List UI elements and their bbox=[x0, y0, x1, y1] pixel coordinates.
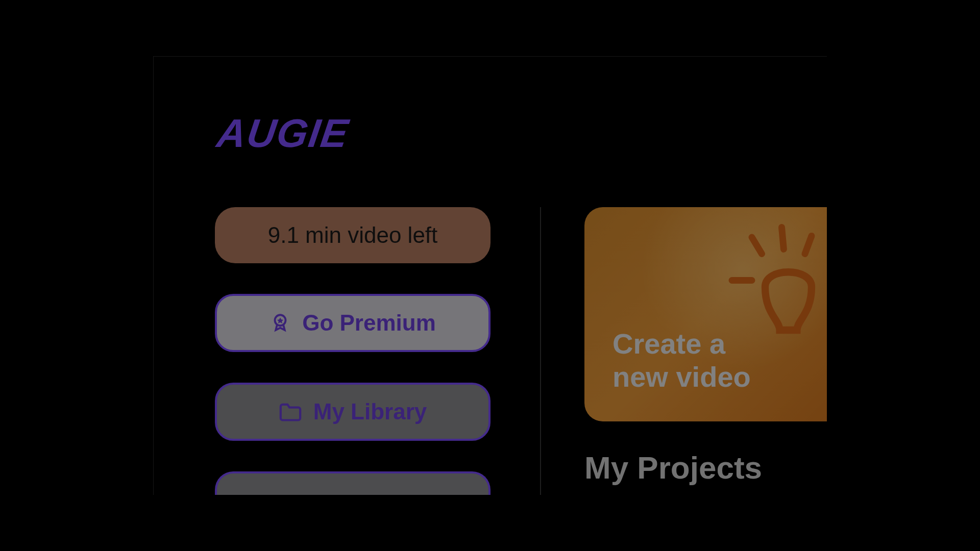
svg-line-3 bbox=[805, 236, 812, 254]
go-premium-label: Go Premium bbox=[302, 310, 436, 336]
create-new-video-card[interactable]: Create a new video bbox=[584, 207, 827, 421]
premium-badge-icon bbox=[270, 312, 291, 334]
my-library-button[interactable]: My Library bbox=[215, 383, 491, 441]
sidebar: 9.1 min video left Go Premium My Library bbox=[215, 207, 491, 495]
app-window: AUGIE 9.1 min video left Go Premium bbox=[153, 56, 827, 495]
sidebar-item-partial[interactable] bbox=[215, 471, 491, 495]
my-library-label: My Library bbox=[313, 399, 427, 424]
create-line-1: Create a bbox=[612, 328, 751, 360]
quota-label: 9.1 min video left bbox=[268, 222, 438, 247]
brand-logo: AUGIE bbox=[214, 110, 352, 157]
main-content: Create a new video My Projects bbox=[584, 207, 827, 486]
video-quota-badge: 9.1 min video left bbox=[215, 207, 491, 263]
go-premium-button[interactable]: Go Premium bbox=[215, 294, 491, 352]
create-card-text: Create a new video bbox=[612, 328, 751, 393]
vertical-divider bbox=[540, 207, 541, 495]
svg-line-1 bbox=[752, 237, 762, 254]
folder-icon bbox=[279, 402, 302, 422]
my-projects-heading: My Projects bbox=[584, 449, 827, 486]
create-line-2: new video bbox=[612, 361, 751, 393]
svg-line-2 bbox=[782, 228, 784, 249]
